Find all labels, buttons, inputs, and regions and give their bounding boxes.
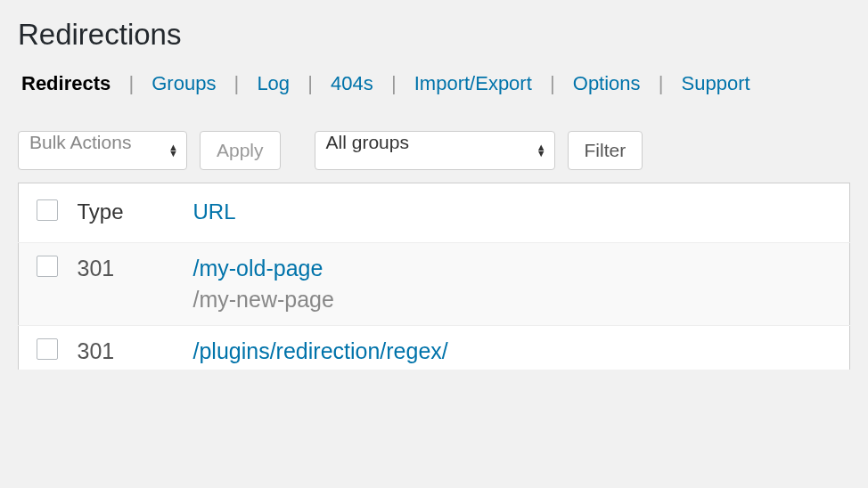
tab-support[interactable]: Support: [678, 72, 754, 94]
row-checkbox[interactable]: [37, 256, 58, 277]
tab-404s[interactable]: 404s: [327, 72, 377, 94]
tab-import-export[interactable]: Import/Export: [411, 72, 536, 94]
row-type: 301: [69, 325, 184, 370]
table-row: 301 /plugins/redirection/regex/: [19, 325, 850, 370]
apply-button[interactable]: Apply: [200, 131, 281, 170]
tab-options[interactable]: Options: [569, 72, 644, 94]
redirects-table: Type URL 301 /my-old-page /my-new-page 3…: [18, 183, 850, 370]
separator: |: [119, 72, 143, 94]
column-type: Type: [69, 183, 184, 242]
select-all-checkbox[interactable]: [37, 199, 58, 221]
separator: |: [382, 72, 405, 94]
tab-groups[interactable]: Groups: [148, 72, 219, 94]
select-all-header: [19, 183, 69, 242]
subnav: Redirects | Groups | Log | 404s | Import…: [18, 72, 850, 95]
table-row: 301 /my-old-page /my-new-page: [19, 242, 850, 325]
separator: |: [541, 72, 564, 94]
row-source-url[interactable]: /my-old-page: [193, 256, 841, 287]
separator: |: [225, 72, 249, 94]
row-target-url: /my-new-page: [193, 287, 841, 313]
row-source-url[interactable]: /plugins/redirection/regex/: [193, 338, 841, 370]
tab-log[interactable]: Log: [253, 72, 293, 94]
groups-select[interactable]: All groups: [315, 131, 555, 170]
page-title: Redirections: [18, 16, 850, 54]
bulk-actions-select[interactable]: Bulk Actions: [18, 131, 187, 170]
separator: |: [299, 72, 322, 94]
column-url[interactable]: URL: [184, 183, 850, 242]
row-type: 301: [69, 242, 184, 325]
row-checkbox[interactable]: [37, 338, 58, 360]
separator: |: [650, 72, 673, 94]
filter-button[interactable]: Filter: [568, 131, 643, 170]
tab-redirects[interactable]: Redirects: [18, 72, 114, 94]
toolbar: Bulk Actions ▲▼ Apply All groups ▲▼ Filt…: [18, 131, 850, 170]
